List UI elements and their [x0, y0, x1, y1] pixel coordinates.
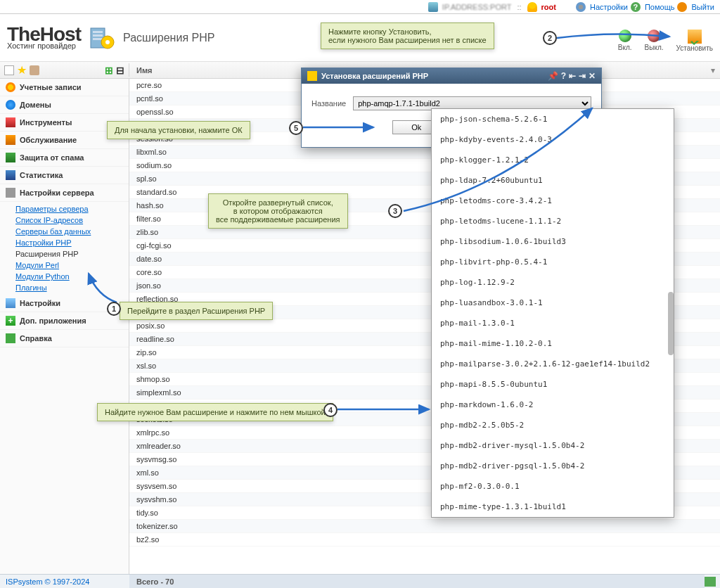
modal-title: Установка расширений PHP — [321, 72, 428, 80]
status-bar: ISPsystem © 1997-2024 Всего - 70 — [0, 574, 720, 588]
callout-5: Для начала установки, нажмите ОК — [107, 121, 250, 139]
badge-3: 3 — [388, 204, 402, 218]
table-row[interactable]: bz2.so — [129, 533, 720, 547]
server-icon — [6, 188, 15, 198]
sub-perl[interactable]: Модули Perl — [15, 260, 129, 271]
svg-rect-3 — [93, 38, 103, 40]
dropdown-option[interactable]: php-mdb2-driver-pgsql-1.5.0b4-2 — [432, 456, 674, 476]
pin-icon[interactable]: 📌 — [548, 71, 558, 81]
page-title: Расширения PHP — [123, 32, 214, 44]
sidebar-item-stats[interactable]: Статистика — [0, 167, 129, 184]
help-link[interactable]: Помощь — [645, 3, 675, 11]
dropdown-option[interactable]: php-mdb2-driver-mysql-1.5.0b4-2 — [432, 435, 674, 456]
close-icon[interactable]: ✕ — [589, 71, 596, 81]
callout-1: Перейдите в раздел Расширения PHP — [120, 302, 273, 320]
expand-icon[interactable]: ⊞ — [105, 65, 113, 76]
install-button[interactable]: Установить — [676, 30, 714, 52]
book-icon — [6, 333, 15, 343]
callout-3: Откройте развернутый список, в котором о… — [208, 193, 348, 229]
scrollbar-thumb[interactable] — [668, 292, 674, 355]
badge-1: 1 — [107, 302, 121, 316]
new-tab-icon[interactable] — [4, 65, 14, 75]
help-icon: ? — [631, 2, 641, 12]
name-label: Название — [311, 99, 346, 108]
column-menu-icon[interactable]: ▾ — [711, 65, 715, 75]
dropdown-option[interactable]: php-libvirt-php-0.5.4-1 — [432, 252, 674, 272]
sub-ip-list[interactable]: Список IP-адресов — [15, 215, 129, 226]
dropdown-option[interactable]: php-log-1.12.9-2 — [432, 272, 674, 293]
plus-icon: + — [6, 316, 15, 326]
server-ip: IP.ADDRESS:PORT — [442, 3, 512, 11]
modal-header[interactable]: Установка расширений PHP 📌 ? ⇤ ⇥ ✕ — [302, 68, 601, 84]
tools-icon — [6, 117, 15, 127]
collapse-icon[interactable]: ⊟ — [116, 65, 124, 76]
wrench-icon — [6, 135, 15, 145]
modal-icon — [307, 71, 317, 81]
settings-link[interactable]: Настройки — [590, 3, 628, 11]
dropdown-option[interactable]: php-markdown-1.6.0-2 — [432, 395, 674, 415]
minimize-icon[interactable]: ⇤ — [569, 71, 576, 81]
shield-icon — [6, 153, 15, 162]
accounts-icon — [6, 82, 15, 92]
dropdown-option[interactable]: php-mailparse-3.0.2+2.1.6-12-gae1ef14-1b… — [432, 354, 674, 374]
dropdown-option[interactable]: php-mime-type-1.3.1-1build1 — [432, 497, 674, 517]
dropdown-option[interactable]: php-mdb2-2.5.0b5-2 — [432, 415, 674, 435]
server-gear-icon — [88, 24, 116, 52]
globe-icon — [6, 100, 15, 110]
favorite-icon[interactable]: ★ — [17, 63, 27, 77]
total-count: Всего - 70 — [129, 575, 705, 588]
current-user: root — [541, 3, 556, 11]
sidebar-item-spam[interactable]: Защита от спама — [0, 149, 129, 167]
dropdown-option[interactable]: php-luasandbox-3.0.1-1 — [432, 293, 674, 313]
sub-php-extensions[interactable]: Расширения PHP — [15, 248, 129, 260]
chart-icon — [6, 170, 15, 180]
dropdown-option[interactable]: php-mail-mime-1.10.2-0.1 — [432, 333, 674, 354]
user-icon — [527, 2, 537, 12]
svg-rect-2 — [93, 34, 103, 37]
export-xls-icon[interactable] — [705, 577, 716, 587]
monitor-icon — [428, 2, 438, 12]
exit-icon — [677, 2, 687, 12]
badge-5: 5 — [289, 121, 303, 135]
dropdown-option[interactable]: php-libsodium-1.0.6-1build3 — [432, 231, 674, 252]
svg-rect-1 — [93, 31, 103, 33]
settings-icon — [576, 2, 586, 12]
sidebar-item-apps[interactable]: +Доп. приложения — [0, 312, 129, 330]
callout-2: Нажмите кнопку Установить, если нужного … — [321, 23, 494, 49]
sub-db-servers[interactable]: Серверы баз данных — [15, 226, 129, 237]
sidebar-item-server[interactable]: Настройки сервера — [0, 184, 129, 202]
dropdown-option[interactable]: php-mail-1.3.0-1 — [432, 313, 674, 333]
clipboard-icon[interactable] — [30, 65, 39, 75]
modal-help-icon[interactable]: ? — [561, 71, 566, 81]
badge-4: 4 — [323, 403, 338, 417]
maximize-icon[interactable]: ⇥ — [579, 71, 586, 81]
exit-link[interactable]: Выйти — [691, 3, 714, 11]
dropdown-option[interactable]: php-mf2-0.3.0-0.1 — [432, 476, 674, 497]
settings-icon — [6, 298, 15, 308]
logo: TheHost Хостинг провайдер — [7, 26, 81, 49]
badge-2: 2 — [543, 31, 557, 45]
sub-php-settings[interactable]: Настройки PHP — [15, 237, 129, 248]
copyright-link[interactable]: ISPsystem © 1997-2024 — [0, 577, 129, 586]
dropdown-option[interactable]: php-mapi-8.5.5-0ubuntu1 — [432, 374, 674, 395]
callout-4: Найдите нужное Вам расширение и нажмите … — [97, 403, 333, 421]
top-bar: IP.ADDRESS:PORT :: root Настройки ? Помо… — [0, 0, 720, 14]
sub-server-params[interactable]: Параметры сервера — [15, 203, 129, 215]
sidebar-item-accounts[interactable]: Учетные записи — [0, 79, 129, 96]
svg-point-5 — [105, 40, 110, 44]
sidebar-item-help[interactable]: Справка — [0, 330, 129, 347]
table-row[interactable]: tokenizer.so — [129, 520, 720, 533]
sidebar-item-domains[interactable]: Домены — [0, 96, 129, 114]
sidebar: Учетные записи Домены Инструменты Обслуж… — [0, 79, 129, 574]
